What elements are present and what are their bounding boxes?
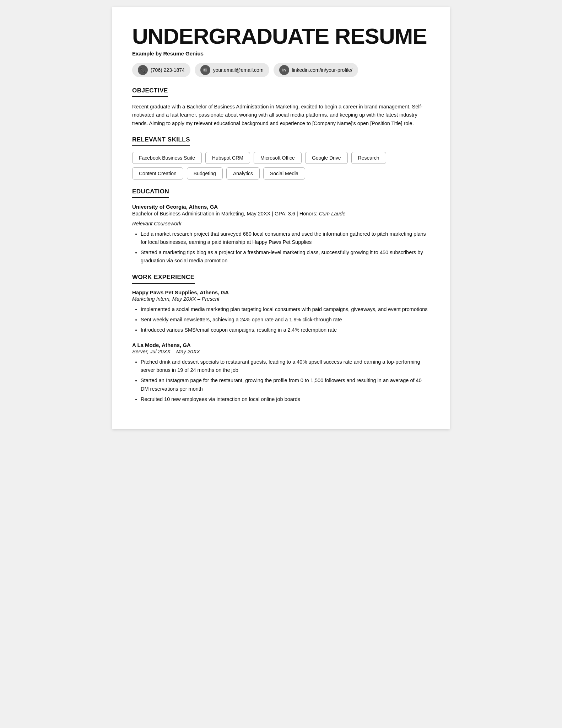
- job-bullet: Started an Instagram page for the restau…: [141, 376, 430, 393]
- linkedin-icon: in: [279, 65, 289, 75]
- skill-tag: Hubspot CRM: [205, 152, 250, 164]
- objective-text: Recent graduate with a Bachelor of Busin…: [132, 103, 430, 128]
- job-bullet: Pitched drink and dessert specials to re…: [141, 358, 430, 374]
- education-title: EDUCATION: [132, 188, 169, 198]
- skill-tag: Budgeting: [187, 167, 223, 180]
- skill-tag: Content Creation: [132, 167, 183, 180]
- job-entry: A La Mode, Athens, GAServer, Jul 20XX – …: [132, 342, 430, 403]
- skill-tag: Microsoft Office: [254, 152, 302, 164]
- work-experience-title: WORK EXPERIENCE: [132, 274, 195, 284]
- skill-tag: Analytics: [226, 167, 260, 180]
- job-bullets: Implemented a social media marketing pla…: [132, 305, 430, 334]
- job-company: Happy Paws Pet Supplies, Athens, GA: [132, 289, 430, 295]
- job-bullet: Recruited 10 new employees via interacti…: [141, 395, 430, 403]
- education-bullet: Led a market research project that surve…: [141, 230, 430, 246]
- contact-email: ✉ your.email@email.com: [195, 63, 269, 77]
- job-bullet: Implemented a social media marketing pla…: [141, 305, 430, 314]
- education-bullet: Started a marketing tips blog as a proje…: [141, 248, 430, 265]
- education-degree: Bachelor of Business Administration in M…: [132, 211, 430, 216]
- resume-container: UNDERGRADUATE RESUME Example by Resume G…: [112, 7, 450, 429]
- email-icon: ✉: [200, 65, 210, 75]
- skills-title: RELEVANT SKILLS: [132, 136, 190, 146]
- job-title: Server, Jul 20XX – May 20XX: [132, 349, 430, 354]
- skills-grid: Facebook Business SuiteHubspot CRMMicros…: [132, 152, 430, 180]
- job-company: A La Mode, Athens, GA: [132, 342, 430, 348]
- phone-icon: 📞: [138, 65, 148, 75]
- contact-linkedin: in linkedin.com/in/your-profile/: [274, 63, 358, 77]
- skill-tag: Research: [351, 152, 386, 164]
- jobs-container: Happy Paws Pet Supplies, Athens, GAMarke…: [132, 289, 430, 404]
- skill-tag: Google Drive: [305, 152, 348, 164]
- job-bullet: Sent weekly email newsletters, achieving…: [141, 316, 430, 324]
- education-bullets: Led a market research project that surve…: [132, 230, 430, 265]
- resume-title: UNDERGRADUATE RESUME: [132, 24, 430, 48]
- job-entry: Happy Paws Pet Supplies, Athens, GAMarke…: [132, 289, 430, 334]
- resume-byline: Example by Resume Genius: [132, 50, 430, 57]
- objective-section: OBJECTIVE Recent graduate with a Bachelo…: [132, 87, 430, 128]
- work-experience-section: WORK EXPERIENCE Happy Paws Pet Supplies,…: [132, 274, 430, 404]
- skill-tag: Social Media: [263, 167, 305, 180]
- job-bullets: Pitched drink and dessert specials to re…: [132, 358, 430, 403]
- objective-title: OBJECTIVE: [132, 87, 168, 97]
- skill-tag: Facebook Business Suite: [132, 152, 202, 164]
- coursework-label: Relevant Coursework: [132, 221, 430, 226]
- job-bullet: Introduced various SMS/email coupon camp…: [141, 326, 430, 334]
- education-section: EDUCATION University of Georgia, Athens,…: [132, 188, 430, 265]
- education-honors: Cum Laude: [319, 211, 345, 216]
- education-school: University of Georgia, Athens, GA: [132, 204, 430, 210]
- skills-section: RELEVANT SKILLS Facebook Business SuiteH…: [132, 136, 430, 180]
- job-title: Marketing Intern, May 20XX – Present: [132, 296, 430, 302]
- contact-phone: 📞 (706) 223-1874: [132, 63, 190, 77]
- contact-bar: 📞 (706) 223-1874 ✉ your.email@email.com …: [132, 63, 430, 77]
